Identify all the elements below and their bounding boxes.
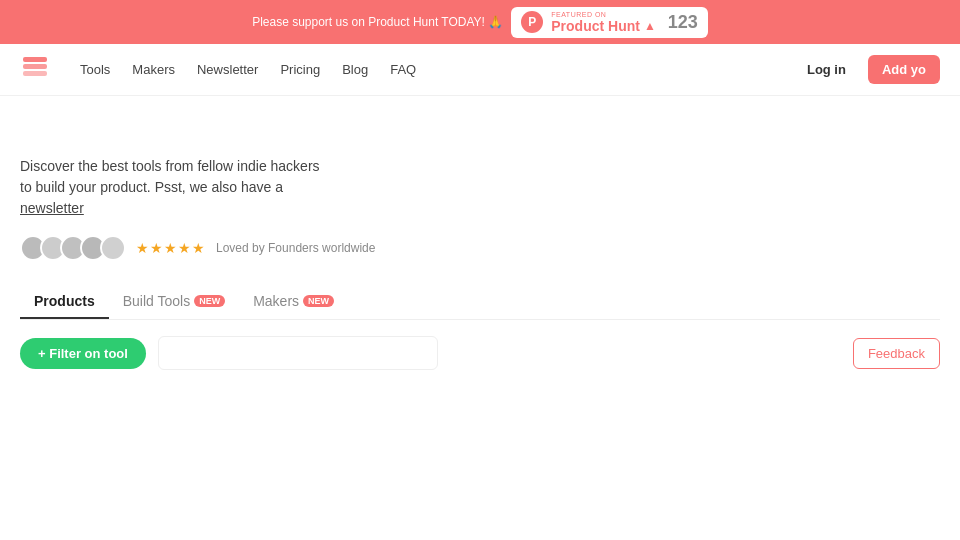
svg-rect-2 xyxy=(23,71,47,76)
build-tools-badge: NEW xyxy=(194,295,225,307)
social-label: Loved by Founders worldwide xyxy=(216,241,375,255)
ph-name: Product Hunt ▲ xyxy=(551,18,656,34)
social-proof: ★★★★★ Loved by Founders worldwide xyxy=(20,235,940,261)
banner-text: Please support us on Product Hunt TODAY!… xyxy=(252,15,503,29)
ph-logo-icon: P xyxy=(521,11,543,33)
tab-products[interactable]: Products xyxy=(20,285,109,319)
hero-text: Discover the best tools from fellow indi… xyxy=(20,156,320,219)
nav-newsletter[interactable]: Newsletter xyxy=(187,56,268,83)
ph-badge-info: FEATURED ON Product Hunt ▲ xyxy=(551,11,656,34)
tab-makers[interactable]: Makers NEW xyxy=(239,285,348,319)
nav-blog[interactable]: Blog xyxy=(332,56,378,83)
filter-bar: + Filter on tool Feedback xyxy=(20,336,940,370)
svg-rect-1 xyxy=(23,64,47,69)
filter-button[interactable]: + Filter on tool xyxy=(20,338,146,369)
newsletter-link[interactable]: newsletter xyxy=(20,200,84,216)
nav-pricing[interactable]: Pricing xyxy=(270,56,330,83)
avatar xyxy=(100,235,126,261)
nav-links: Tools Makers Newsletter Pricing Blog FAQ xyxy=(70,56,793,83)
ph-featured-label: FEATURED ON xyxy=(551,11,606,18)
nav-logo[interactable] xyxy=(20,53,50,87)
avatar-group xyxy=(20,235,126,261)
search-input[interactable] xyxy=(158,336,438,370)
add-tool-button[interactable]: Add yo xyxy=(868,55,940,84)
product-hunt-badge[interactable]: P FEATURED ON Product Hunt ▲ 123 xyxy=(511,7,708,38)
feedback-button[interactable]: Feedback xyxy=(853,338,940,369)
product-hunt-banner: Please support us on Product Hunt TODAY!… xyxy=(0,0,960,44)
tab-build-tools[interactable]: Build Tools NEW xyxy=(109,285,239,319)
nav-faq[interactable]: FAQ xyxy=(380,56,426,83)
login-link[interactable]: Log in xyxy=(797,56,856,83)
nav-tools[interactable]: Tools xyxy=(70,56,120,83)
content-tabs: Products Build Tools NEW Makers NEW xyxy=(20,285,940,320)
main-content: Discover the best tools from fellow indi… xyxy=(0,96,960,410)
svg-rect-0 xyxy=(23,57,47,62)
nav-makers[interactable]: Makers xyxy=(122,56,185,83)
ph-arrow-icon: ▲ xyxy=(644,19,656,33)
main-nav: Tools Makers Newsletter Pricing Blog FAQ… xyxy=(0,44,960,96)
logo-icon xyxy=(20,53,50,83)
makers-badge: NEW xyxy=(303,295,334,307)
star-rating: ★★★★★ xyxy=(136,240,206,256)
ph-count: 123 xyxy=(668,12,698,33)
